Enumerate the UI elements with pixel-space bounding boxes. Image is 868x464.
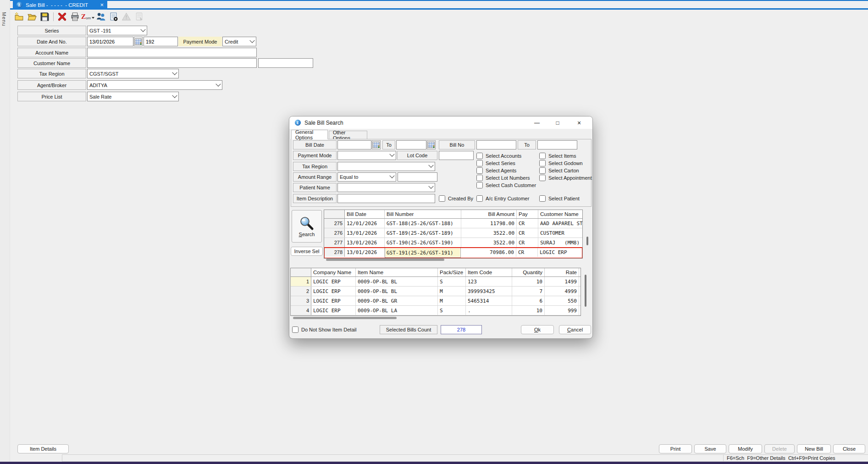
checkbox[interactable] <box>539 175 546 181</box>
select-option[interactable]: Select Godown <box>539 160 592 167</box>
bills-vertical-scrollbar[interactable] <box>586 237 588 245</box>
select-option[interactable]: Select Accounts <box>476 152 536 160</box>
grid-row-selected[interactable]: 27813/01/2026GST-191(25-26/GST-191)70986… <box>324 248 582 258</box>
select-option[interactable]: Select Lot Numbers <box>476 174 536 182</box>
series-dropdown[interactable]: GST -191 <box>87 26 147 35</box>
ok-button[interactable]: Ok <box>521 325 554 334</box>
dont-show-item-detail-checkbox[interactable] <box>292 326 299 333</box>
save-button[interactable]: Save <box>694 444 726 453</box>
lot-code-input[interactable] <box>439 151 474 160</box>
print-button[interactable]: Print <box>659 444 692 453</box>
grid-row[interactable]: 27713/01/2026GST-190(25-26/GST-190)3522.… <box>324 238 582 248</box>
bill-date-input[interactable] <box>87 37 133 46</box>
new-bill-icon[interactable] <box>14 11 24 22</box>
grid-row[interactable]: 3LOGIC ERP0009-OP-BL GRM54653146550 <box>291 296 581 306</box>
bill-date-from-input[interactable] <box>337 140 371 149</box>
bills-horizontal-scrollbar[interactable] <box>326 259 444 261</box>
dialog-titlebar[interactable]: L Sale Bill Search <box>289 116 592 129</box>
menu-strip[interactable]: Menu <box>0 0 10 464</box>
select-option[interactable]: Select Appointment <box>539 174 592 182</box>
grid-cell: LOGIC ERP <box>311 287 356 296</box>
bills-grid[interactable]: Bill DateBill NumberBill AmountPayCustom… <box>324 210 583 259</box>
modify-button[interactable]: Modify <box>729 444 762 453</box>
cancel-button[interactable]: Cancel <box>559 325 591 334</box>
tab-sale-bill[interactable]: L Sale Bill - - - - - - CREDIT × <box>13 0 107 10</box>
new-bill-button[interactable]: New Bill <box>797 444 831 453</box>
tax-region-filter-dropdown[interactable] <box>337 162 435 171</box>
checkbox[interactable] <box>539 167 546 174</box>
customer-name-input[interactable] <box>87 58 257 68</box>
amount-range-operator-dropdown[interactable]: Equal to <box>337 172 396 182</box>
inverse-sel-button[interactable]: Inverse Sel <box>291 247 323 256</box>
select-option[interactable]: Select Cash Customer <box>476 182 536 189</box>
checkbox[interactable] <box>539 195 546 202</box>
checkbox[interactable] <box>476 167 483 174</box>
checkbox[interactable] <box>476 153 483 159</box>
checkbox[interactable] <box>539 160 546 166</box>
created-by-checkbox[interactable] <box>439 195 445 202</box>
bill-number-input[interactable] <box>144 37 178 46</box>
checkbox[interactable] <box>476 160 483 166</box>
checkbox[interactable] <box>476 182 483 188</box>
select-option[interactable]: Select Series <box>476 160 536 167</box>
close-button[interactable]: Close <box>833 444 865 453</box>
delete-icon[interactable] <box>57 11 67 22</box>
grid-cell: M <box>438 287 466 296</box>
payment-mode-filter-dropdown[interactable] <box>337 151 396 160</box>
calendar-icon[interactable] <box>372 140 381 149</box>
patient-name-dropdown[interactable] <box>337 183 435 192</box>
minimize-icon[interactable]: — <box>530 119 544 127</box>
account-name-input[interactable] <box>87 48 257 57</box>
price-list-label: Price List <box>17 92 86 101</box>
items-vertical-scrollbar[interactable] <box>585 275 586 307</box>
select-option[interactable]: Select Items <box>539 152 592 160</box>
grid-row[interactable]: 27512/01/2026GST-188(25-26/GST-188)11798… <box>324 219 582 228</box>
close-icon[interactable]: × <box>572 119 586 127</box>
search-button[interactable]: Search <box>292 210 322 243</box>
items-grid[interactable]: Company NameItem NamePack/SizeItem CodeQ… <box>290 268 581 316</box>
grid-cell: 275 <box>324 219 345 228</box>
grid-row[interactable]: 27613/01/2026GST-189(25-26/GST-189)3522.… <box>324 228 582 238</box>
grid-cell: 4999 <box>545 287 579 296</box>
grid-row[interactable]: 1LOGIC ERP0009-OP-BL BLS123101499 <box>291 277 581 287</box>
checkbox[interactable] <box>539 153 546 159</box>
customer-code-input[interactable] <box>258 58 313 68</box>
payment-mode-dropdown[interactable]: Credit <box>222 37 256 46</box>
checkbox[interactable] <box>476 195 483 202</box>
checkbox[interactable] <box>476 175 483 181</box>
item-description-input[interactable] <box>337 194 435 203</box>
tab-close-icon[interactable]: × <box>100 2 104 8</box>
bill-date-to-input[interactable] <box>396 140 426 149</box>
app-logo-icon: L <box>17 2 22 8</box>
amount-range-input[interactable] <box>398 172 437 182</box>
grid-cell: 1 <box>291 277 311 286</box>
tab-other-options[interactable]: Other Options <box>329 131 367 139</box>
users-icon[interactable] <box>95 11 106 22</box>
price-list-dropdown[interactable]: Sale Rate <box>87 92 179 101</box>
tab-general-options[interactable]: General Options <box>291 130 328 139</box>
bill-no-to-input[interactable] <box>537 140 577 149</box>
payment-mode-value: Credit <box>225 39 250 44</box>
select-option[interactable]: Select Carton <box>539 167 592 174</box>
bill-date-to-label: To <box>382 140 395 149</box>
item-details-button[interactable]: Item Details <box>17 444 69 453</box>
select-option[interactable]: Select Agents <box>476 167 536 174</box>
items-horizontal-scrollbar[interactable] <box>293 317 397 319</box>
tax-region-dropdown[interactable]: CGST/SGST <box>87 69 179 78</box>
calendar-icon[interactable] <box>134 37 143 46</box>
zoom-icon[interactable]: Zom <box>83 11 93 22</box>
grid-row[interactable]: 2LOGIC ERP0009-OP-BL BLM39999342574999 <box>291 287 581 296</box>
save-icon[interactable] <box>39 11 50 22</box>
agent-broker-dropdown[interactable]: ADITYA <box>87 80 222 90</box>
select-option[interactable]: A/c Entry Customer <box>476 195 536 202</box>
created-by-option[interactable]: Created By <box>439 195 473 202</box>
bill-add-icon[interactable] <box>108 11 119 22</box>
open-icon[interactable] <box>27 11 37 22</box>
dont-show-item-detail-option[interactable]: Do Not Show Item Detail <box>292 326 356 333</box>
print-icon[interactable] <box>70 11 80 22</box>
bill-no-from-input[interactable] <box>476 140 516 149</box>
grid-row[interactable]: 4LOGIC ERP0009-OP-BL LAS.10999 <box>291 306 581 315</box>
calendar-icon[interactable] <box>427 140 436 149</box>
select-option[interactable]: Select Patient <box>539 195 592 202</box>
maximize-icon[interactable]: □ <box>551 119 564 127</box>
